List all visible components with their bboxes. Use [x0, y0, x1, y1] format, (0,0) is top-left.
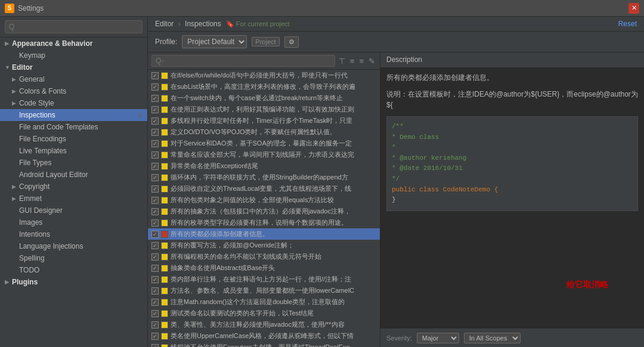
- inspection-list-item[interactable]: 所有的抽象方法（包括接口中的方法）必须要用javadoc注释，: [148, 206, 380, 217]
- inspection-list-item[interactable]: 方法名、参数名、成员变量、局部变量都统一使用lowerCamelC: [148, 285, 380, 296]
- reset-button[interactable]: Reset: [618, 20, 637, 28]
- inspection-list-item[interactable]: 必须回收自定义的ThreadLocal变量，尤其在线程池场景下，线: [148, 183, 380, 194]
- inspection-list-item[interactable]: 注意Math.random()这个方法返回是double类型，注意取值的: [148, 296, 380, 308]
- code-line: }: [392, 195, 633, 206]
- inspection-checkbox[interactable]: [151, 83, 159, 91]
- inspection-text: 所有的包类对象之间值的比较，全部使用equals方法比较: [171, 196, 376, 205]
- inspection-list-item[interactable]: 在使用正则表达式时，利用好其预编译功能，可以有效加快正则: [148, 104, 380, 115]
- severity-row: Severity: Major Minor Warning Error In A…: [380, 329, 644, 347]
- inspection-list-item[interactable]: 在一个switch块内，每个case要么通过break/return等来终止: [148, 92, 380, 104]
- inspection-list-item[interactable]: 在subList场景中，高度注意对来列表的修改，会导致子列表的遍: [148, 81, 380, 92]
- sidebar-item-intentions[interactable]: Intentions: [0, 228, 147, 240]
- inspection-checkbox[interactable]: [151, 208, 159, 215]
- inspection-list-item[interactable]: 所有编程相关的命名均不能以下划线或美元符号开始: [148, 251, 380, 262]
- sidebar-item-todo[interactable]: TODO: [0, 264, 147, 276]
- sidebar-item-images[interactable]: Images: [0, 216, 147, 228]
- severity-color-indicator: [161, 219, 168, 227]
- inspection-list-item[interactable]: 循环体内，字符串的联接方式，使用StringBuilder的append方: [148, 172, 380, 183]
- inspection-checkbox[interactable]: [151, 253, 159, 261]
- sidebar-item-plugins[interactable]: Plugins: [0, 276, 147, 288]
- sidebar-item-inspections[interactable]: Inspections⚙: [0, 109, 147, 121]
- sidebar-item-gui-designer[interactable]: GUI Designer: [0, 205, 147, 216]
- inspections-container: ⊤ ≡ ≡ ✎ 在if/else/for/while/do语句中必须使用大括号，…: [148, 52, 644, 347]
- inspection-list-item[interactable]: 测试类命名以要测试的类的名字开始，以Test结尾: [148, 308, 380, 319]
- inspection-checkbox[interactable]: [151, 197, 159, 204]
- inspection-list-item[interactable]: 所有的类都必须添加创建者信息。: [148, 228, 380, 240]
- sidebar-item-spelling[interactable]: Spelling: [0, 252, 147, 264]
- severity-select[interactable]: Major Minor Warning Error: [417, 333, 459, 343]
- inspection-checkbox[interactable]: [151, 265, 159, 272]
- inspection-checkbox[interactable]: [151, 299, 159, 306]
- inspection-list-item[interactable]: 所有的枚举类型字段必须要有注释，说明每个数据项的用途。: [148, 217, 380, 228]
- sidebar-item-emmet[interactable]: Emmet: [0, 193, 147, 205]
- sidebar-item-editor[interactable]: Editor: [0, 61, 147, 73]
- inspection-checkbox[interactable]: [151, 276, 159, 283]
- sidebar-search-input[interactable]: [5, 20, 143, 33]
- severity-color-indicator: [161, 174, 168, 181]
- inspection-checkbox[interactable]: [151, 242, 159, 249]
- sidebar-item-label: File Encodings: [19, 135, 66, 143]
- inspection-list-item[interactable]: 定义DO/DTO/VO等POJO类时，不要赋任何属性默认值,: [148, 126, 380, 138]
- collapse-button[interactable]: ≡: [358, 57, 365, 66]
- inspections-items: 在if/else/for/while/do语句中必须使用大括号，即使只有一行代在…: [148, 70, 380, 347]
- inspection-checkbox[interactable]: [151, 287, 159, 295]
- breadcrumb: Editor › Inspections: [155, 20, 221, 28]
- inspection-checkbox[interactable]: [151, 333, 159, 340]
- sidebar-item-file-encodings[interactable]: File Encodings: [0, 133, 147, 145]
- sidebar-item-copyright[interactable]: Copyright: [0, 181, 147, 193]
- profile-select[interactable]: Project Default Default: [182, 35, 247, 48]
- sidebar-item-appearance[interactable]: Appearance & Behavior: [0, 38, 147, 49]
- inspection-list-item[interactable]: 在if/else/for/while/do语句中必须使用大括号，即使只有一行代: [148, 70, 380, 81]
- breadcrumb-sep: ›: [178, 20, 181, 28]
- scope-select[interactable]: In All Scopes: [464, 333, 521, 343]
- sidebar-item-android-layout-editor[interactable]: Android Layout Editor: [0, 169, 147, 181]
- inspection-text: 在if/else/for/while/do语句中必须使用大括号，即使只有一行代: [171, 71, 376, 80]
- inspection-list-item[interactable]: 常量命名应该全部大写，单词间用下划线隔开，力求语义表达完: [148, 149, 380, 160]
- edit-button[interactable]: ✎: [367, 57, 376, 66]
- sidebar: Appearance & BehaviorKeymapEditorGeneral…: [0, 17, 148, 347]
- inspection-list-item[interactable]: 抽象类命名使用Abstract或Base开头: [148, 262, 380, 274]
- inspection-checkbox[interactable]: [151, 163, 159, 170]
- inspection-list-item[interactable]: 多线程并行处理定时任务时，Timer运行多个TimeTask时，只里: [148, 115, 380, 126]
- close-button[interactable]: ✕: [628, 3, 639, 14]
- inspection-checkbox[interactable]: [151, 174, 159, 181]
- inspection-list-item[interactable]: 线程池不允许使用Executors去创建，而是通过ThreadPoolExe: [148, 342, 380, 347]
- inspection-checkbox[interactable]: [151, 140, 159, 147]
- inspection-checkbox[interactable]: [151, 219, 159, 227]
- sidebar-item-live-templates[interactable]: Live Templates: [0, 145, 147, 157]
- sidebar-item-label: General: [19, 75, 45, 83]
- inspection-list-item[interactable]: 异常类命名使用Exception结尾: [148, 160, 380, 172]
- inspection-checkbox[interactable]: [151, 106, 159, 113]
- profile-gear-button[interactable]: ⚙: [284, 36, 299, 48]
- sidebar-item-general[interactable]: General: [0, 73, 147, 85]
- inspection-checkbox[interactable]: [151, 117, 159, 125]
- inspection-list-item[interactable]: 所有的包类对象之间值的比较，全部使用equals方法比较: [148, 194, 380, 206]
- inspection-checkbox[interactable]: [151, 151, 159, 159]
- inspection-list-item[interactable]: 类内部单行注释，在被注释语句上方另起一行，使用//注释；注: [148, 274, 380, 285]
- sidebar-item-language-injections[interactable]: Language Injections: [0, 240, 147, 252]
- inspection-checkbox[interactable]: [151, 72, 159, 79]
- inspections-search-input[interactable]: [151, 55, 335, 67]
- sidebar-item-colors-fonts[interactable]: Colors & Fonts: [0, 85, 147, 97]
- inspection-checkbox[interactable]: [151, 310, 159, 317]
- severity-color-indicator: [161, 197, 168, 204]
- sidebar-item-file-types[interactable]: File Types: [0, 157, 147, 169]
- sidebar-item-file-code-templates[interactable]: File and Code Templates: [0, 121, 147, 133]
- inspection-checkbox[interactable]: [151, 344, 159, 348]
- inspection-checkbox[interactable]: [151, 231, 159, 238]
- inspection-list-item[interactable]: 对于Service和DAO类，基于SOA的理念，暴露出来的服务一定: [148, 138, 380, 149]
- sidebar-item-keymap[interactable]: Keymap: [0, 49, 147, 61]
- expand-button[interactable]: ≡: [349, 57, 356, 66]
- code-line: /**: [392, 122, 633, 132]
- inspection-list-item[interactable]: 所有的覆写方法，必须加@Override注解；: [148, 240, 380, 251]
- sidebar-item-code-style[interactable]: Code Style: [0, 97, 147, 109]
- sidebar-item-label: Colors & Fonts: [19, 87, 66, 95]
- inspection-text: 多线程并行处理定时任务时，Timer运行多个TimeTask时，只里: [171, 116, 376, 125]
- filter-button[interactable]: ⊤: [338, 57, 346, 66]
- inspection-list-item[interactable]: 类名使用UpperCamelCase风格，必须遵从驼峰形式，但以下情: [148, 330, 380, 342]
- inspection-checkbox[interactable]: [151, 129, 159, 136]
- inspection-checkbox[interactable]: [151, 321, 159, 329]
- inspection-checkbox[interactable]: [151, 95, 159, 102]
- inspection-list-item[interactable]: 类、美署性、美方法注释必须使用javadoc规范，使用/**内容: [148, 319, 380, 330]
- inspection-checkbox[interactable]: [151, 185, 159, 193]
